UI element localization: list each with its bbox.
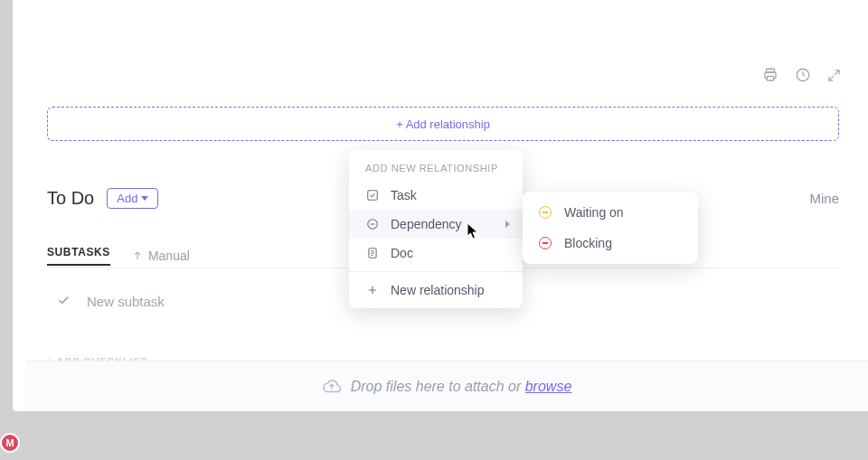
user-avatar[interactable]: M (0, 433, 20, 453)
new-subtask-row[interactable]: New subtask (56, 293, 165, 310)
relationship-dropdown: ADD NEW RELATIONSHIP Task Dependency Doc… (349, 150, 523, 308)
dropdown-item-label: New relationship (391, 283, 485, 297)
submenu-waiting-on[interactable]: Waiting on (523, 197, 698, 228)
svg-rect-4 (368, 191, 378, 201)
subtasks-tab[interactable]: SUBTASKS (47, 246, 110, 266)
waiting-on-icon (539, 206, 552, 219)
dependency-icon (365, 218, 380, 230)
submenu-label: Blocking (564, 236, 612, 250)
svg-rect-2 (767, 77, 774, 81)
add-relationship-label: + Add relationship (396, 117, 490, 131)
subtasks-header: SUBTASKS Manual (47, 246, 190, 266)
add-relationship-bar[interactable]: + Add relationship (47, 107, 839, 141)
submenu-label: Waiting on (564, 205, 624, 220)
sort-arrow-icon (132, 250, 143, 261)
status-title: To Do (47, 188, 94, 209)
dropzone-container: Drop files here to attach or browse (351, 379, 572, 395)
add-button[interactable]: Add (107, 188, 158, 209)
top-toolbar (762, 67, 841, 83)
browse-link[interactable]: browse (525, 379, 572, 394)
dropdown-item-label: Task (391, 188, 417, 202)
dropdown-item-dependency[interactable]: Dependency (349, 210, 523, 239)
new-subtask-placeholder: New subtask (87, 294, 165, 309)
dropdown-item-label: Doc (391, 246, 413, 260)
expand-icon[interactable] (827, 69, 841, 82)
dropdown-item-task[interactable]: Task (349, 181, 523, 210)
mine-filter[interactable]: Mine (809, 191, 839, 206)
dropdown-item-label: Dependency (391, 217, 462, 231)
divider (349, 271, 523, 272)
cloud-upload-icon (322, 377, 342, 397)
avatar-initial: M (5, 437, 14, 448)
history-icon[interactable] (795, 67, 811, 83)
blocking-icon (539, 237, 552, 249)
sort-label: Manual (148, 249, 190, 263)
dropzone-text: Drop files here to attach or (351, 379, 525, 394)
plus-icon (365, 284, 380, 296)
dropdown-header: ADD NEW RELATIONSHIP (349, 150, 523, 181)
add-button-label: Add (117, 192, 137, 205)
chevron-right-icon (505, 221, 510, 228)
chevron-down-icon (141, 196, 148, 201)
dependency-submenu: Waiting on Blocking (523, 192, 698, 264)
check-icon (56, 293, 71, 310)
dropdown-item-doc[interactable]: Doc (349, 239, 523, 268)
sort-manual[interactable]: Manual (132, 249, 190, 263)
doc-icon (365, 247, 380, 259)
print-icon[interactable] (762, 67, 778, 83)
submenu-blocking[interactable]: Blocking (523, 228, 698, 258)
dropzone[interactable]: Drop files here to attach or browse (25, 361, 868, 411)
dropdown-item-new[interactable]: New relationship (349, 276, 523, 305)
task-icon (365, 189, 380, 202)
